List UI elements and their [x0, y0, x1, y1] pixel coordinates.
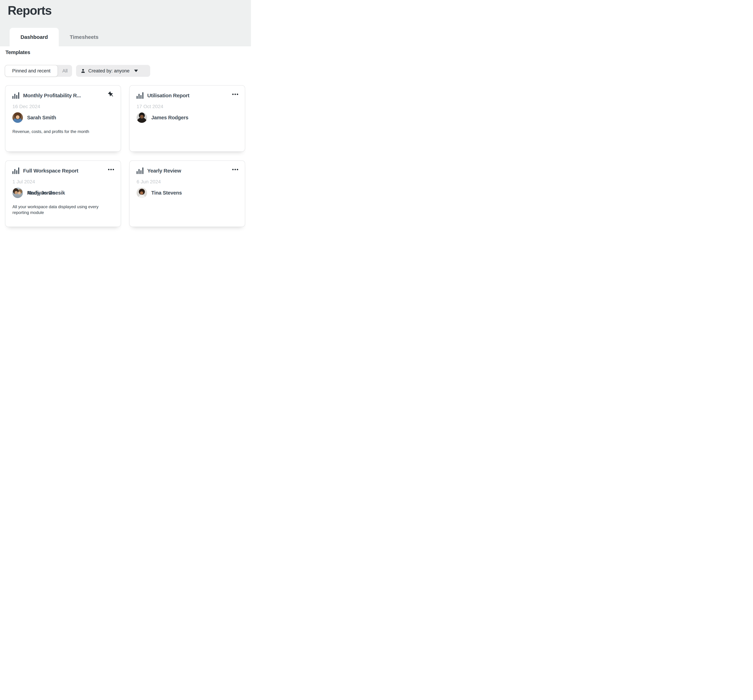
tab-timesheets-label: Timesheets	[70, 34, 99, 40]
tab-timesheets[interactable]: Timesheets	[59, 28, 109, 46]
tab-dashboard-label: Dashboard	[20, 34, 48, 40]
report-card-yearly-review[interactable]: Yearly Review 6 Jun 2024 Tina Stevens	[129, 161, 245, 227]
report-card-full-workspace[interactable]: Full Workspace Report 1 Jul 2024 Andy Jo…	[5, 161, 121, 227]
filter-all-label: All	[62, 68, 67, 73]
ellipsis-menu-icon[interactable]	[232, 169, 238, 170]
card-description: All your workspace data displayed using …	[12, 204, 114, 216]
chevron-down-icon	[134, 70, 138, 72]
segmented-filter: Pinned and recent All	[5, 65, 72, 77]
bar-chart-icon	[137, 167, 143, 174]
card-title: Yearly Review	[147, 168, 181, 174]
tab-dashboard[interactable]: Dashboard	[9, 28, 59, 46]
filter-pinned-and-recent[interactable]: Pinned and recent	[5, 65, 58, 77]
templates-heading: Templates	[5, 49, 30, 55]
ellipsis-menu-icon[interactable]	[232, 94, 238, 95]
page-title: Reports	[8, 3, 51, 17]
ellipsis-menu-icon[interactable]	[108, 169, 114, 170]
pin-icon[interactable]	[108, 91, 114, 98]
avatar	[137, 188, 147, 198]
report-card-monthly-profitability[interactable]: Monthly Profitability R... 16 Dec 2024 S…	[5, 85, 121, 152]
card-title: Monthly Profitability R...	[23, 92, 81, 98]
creator-name: Tina Stevens	[151, 190, 182, 196]
card-title: Utilisation Report	[147, 92, 189, 98]
report-card-utilisation[interactable]: Utilisation Report 17 Oct 2024 James Rod…	[129, 85, 245, 152]
filter-pinned-and-recent-label: Pinned and recent	[12, 68, 50, 73]
created-by-label: Created by: anyone	[88, 68, 129, 73]
created-by-filter[interactable]: Created by: anyone	[76, 65, 150, 77]
filter-all[interactable]: All	[58, 65, 72, 77]
creator-names-overlap: Andy Jones Madiyus Ønesik	[27, 188, 85, 198]
bar-chart-icon	[137, 92, 143, 99]
card-date: 17 Oct 2024	[137, 104, 163, 109]
bar-chart-icon	[12, 92, 19, 99]
card-date: 1 Jul 2024	[12, 179, 35, 184]
card-date: 6 Jun 2024	[137, 179, 161, 184]
reports-page: Reports Dashboard Timesheets Templates P…	[0, 0, 251, 233]
person-icon	[81, 69, 86, 73]
card-description: Revenue, costs, and profits for the mont…	[12, 128, 114, 134]
bar-chart-icon	[12, 167, 19, 174]
card-title: Full Workspace Report	[23, 168, 78, 174]
card-date: 16 Dec 2024	[12, 104, 40, 109]
avatar	[12, 112, 23, 123]
creator-name: Sarah Smith	[27, 115, 56, 120]
avatar	[12, 188, 23, 198]
creator-name: James Rodgers	[151, 115, 188, 120]
creator-name: Madiyus Ønesik	[27, 190, 65, 196]
avatar	[137, 112, 147, 123]
